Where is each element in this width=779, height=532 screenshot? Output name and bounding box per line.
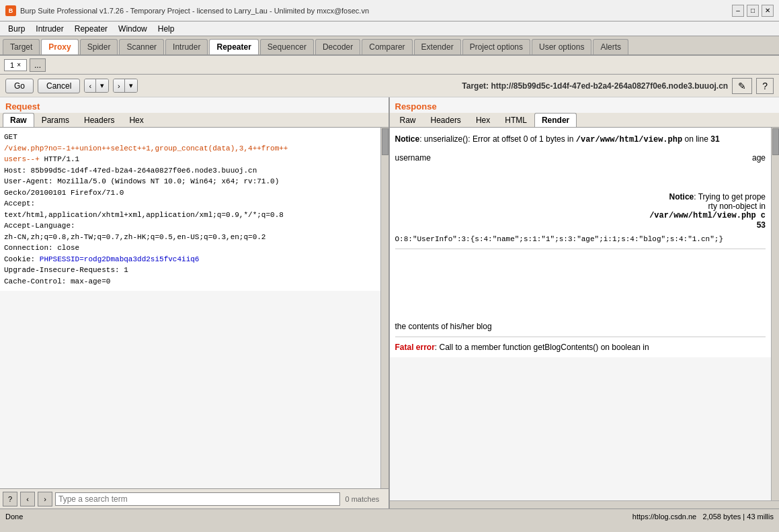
req-accept-lang-val: zh-CN,zh;q=0.8,zh-TW;q=0.7,zh-HK;q=0.5,e…	[4, 233, 265, 241]
menu-help[interactable]: Help	[153, 23, 180, 35]
menu-intruder[interactable]: Intruder	[30, 23, 69, 35]
window-title: Burp Suite Professional v1.7.26 - Tempor…	[20, 7, 369, 15]
tab-repeater[interactable]: Repeater	[209, 39, 258, 54]
response-tab-render[interactable]: Render	[534, 113, 577, 127]
tab-scanner[interactable]: Scanner	[119, 39, 164, 54]
target-prefix: Target:	[462, 81, 491, 91]
notice2-line1: Notice: Trying to get prope	[649, 192, 766, 202]
minimize-button[interactable]: –	[732, 5, 744, 17]
response-scrollbar[interactable]	[771, 128, 779, 500]
title-bar: B Burp Suite Professional v1.7.26 - Temp…	[0, 0, 779, 21]
response-horiz-scrollbar[interactable]	[390, 500, 780, 508]
notice2-keyword: Notice	[669, 192, 694, 202]
request-search-bar: ? ‹ › 0 matches	[0, 488, 388, 508]
tab-comparer[interactable]: Comparer	[362, 39, 412, 54]
request-tab-headers[interactable]: Headers	[77, 113, 122, 127]
menu-burp[interactable]: Burp	[3, 23, 30, 35]
response-title: Response	[390, 97, 780, 113]
go-button[interactable]: Go	[5, 79, 34, 93]
request-code-scroll[interactable]: GET /view.php?no=-1++union++select++1,gr…	[0, 128, 380, 488]
tab-project-options[interactable]: Project options	[462, 39, 530, 54]
request-content-area: GET /view.php?no=-1++union++select++1,gr…	[0, 128, 388, 488]
tab-user-options[interactable]: User options	[532, 39, 591, 54]
response-render-content: Notice: unserialize(): Error at offset 0…	[390, 128, 772, 357]
tab-extender[interactable]: Extender	[414, 39, 461, 54]
title-text: B Burp Suite Professional v1.7.26 - Temp…	[5, 5, 369, 16]
main-tab-bar: Target Proxy Spider Scanner Intruder Rep…	[0, 36, 779, 56]
notice2-path: /var/www/html/view.php c	[649, 211, 766, 220]
request-tab-params[interactable]: Params	[34, 113, 77, 127]
fatal-error-text: Fatal error: Call to a member function g…	[395, 343, 766, 352]
notice2-area: Notice: Trying to get prope rty non-obje…	[395, 192, 766, 230]
edit-target-button[interactable]: ✎	[732, 78, 752, 94]
req-upgrade: Upgrade-Insecure-Requests: 1	[4, 266, 128, 274]
notice1-text: : unserialize(): Error at offset 0 of 1 …	[419, 134, 576, 144]
window-controls[interactable]: – □ ✕	[732, 5, 774, 17]
tab-decoder[interactable]: Decoder	[315, 39, 360, 54]
tab-target[interactable]: Target	[3, 39, 40, 54]
more-tabs-button[interactable]: ...	[30, 58, 46, 72]
tab-sequencer[interactable]: Sequencer	[260, 39, 314, 54]
cancel-button[interactable]: Cancel	[38, 79, 80, 93]
notice1-keyword: Notice	[395, 134, 420, 144]
req-accept-val: text/html,application/xhtml+xml,applicat…	[4, 211, 284, 219]
search-help-button[interactable]: ?	[3, 492, 17, 506]
response-scroll-thumb[interactable]	[772, 128, 779, 155]
request-tab-1[interactable]: 1 ×	[4, 59, 27, 71]
request-panel: Request Raw Params Headers Hex GET /view…	[0, 97, 390, 508]
response-tab-headers[interactable]: Headers	[423, 113, 468, 127]
target-url: http://85b99d5c-1d4f-47ed-b2a4-264a0827f…	[491, 81, 728, 91]
req-cache: Cache-Control: max-age=0	[4, 277, 110, 285]
tab-intruder[interactable]: Intruder	[165, 39, 208, 54]
response-tab-raw[interactable]: Raw	[393, 113, 423, 127]
menu-window[interactable]: Window	[113, 23, 153, 35]
blog-label: the contents of his/her blog	[395, 322, 766, 331]
maximize-button[interactable]: □	[747, 5, 759, 17]
req-connection: Connection: close	[4, 244, 79, 252]
response-scroll[interactable]: Notice: unserialize(): Error at offset 0…	[390, 128, 772, 500]
req-line2-start: /view.php?no=-1++union++select++1,group_…	[4, 144, 231, 152]
response-tab-hex[interactable]: Hex	[468, 113, 497, 127]
req-line2-end: ),3,4++from++	[231, 144, 288, 152]
req-http: HTTP/1.1	[40, 155, 79, 163]
request-tab-bar: Raw Params Headers Hex	[0, 113, 388, 128]
response-panel: Response Raw Headers Hex HTML Render Not…	[390, 97, 780, 508]
tab-alerts[interactable]: Alerts	[593, 39, 628, 54]
request-scrollbar[interactable]	[380, 128, 388, 488]
response-tab-bar: Raw Headers Hex HTML Render	[390, 113, 780, 128]
req-gecko: Gecko/20100101 Firefox/71.0	[4, 189, 124, 197]
tab-spider[interactable]: Spider	[80, 39, 118, 54]
req-useragent: User-Agent: Mozilla/5.0 (Windows NT 10.0…	[4, 177, 279, 185]
username-label: username	[395, 153, 431, 163]
tab-proxy[interactable]: Proxy	[41, 39, 78, 54]
toolbar: Go Cancel ‹ ▾ › ▾ Target: http://85b99d5…	[0, 75, 779, 97]
request-raw-content[interactable]: GET /view.php?no=-1++union++select++1,gr…	[0, 128, 380, 291]
obj-data: O:8:"UserInfo":3:{s:4:"name";s:1:"1";s:3…	[395, 235, 766, 243]
menu-repeater[interactable]: Repeater	[69, 23, 113, 35]
forward-button[interactable]: ›	[114, 79, 125, 92]
request-scroll-thumb[interactable]	[382, 128, 388, 155]
request-tab-hex[interactable]: Hex	[122, 113, 151, 127]
forward-dropdown-button[interactable]: ▾	[125, 79, 137, 92]
notice2-text: : Trying to get prope	[694, 192, 766, 202]
req-accept-lang-label: Accept-Language:	[4, 222, 75, 230]
search-next-button[interactable]: ›	[38, 492, 52, 506]
back-button[interactable]: ‹	[85, 79, 96, 92]
tab-1-close[interactable]: ×	[17, 61, 21, 69]
close-button[interactable]: ✕	[762, 5, 774, 17]
search-prev-button[interactable]: ‹	[20, 492, 35, 506]
search-input[interactable]	[55, 492, 340, 506]
spacer	[395, 255, 766, 322]
menu-bar: Burp Intruder Repeater Window Help	[0, 21, 779, 36]
notice1-line: 31	[710, 134, 719, 144]
back-dropdown-button[interactable]: ▾	[96, 79, 108, 92]
notice1-path: /var/www/html/view.php	[576, 135, 682, 144]
response-tab-html[interactable]: HTML	[497, 113, 534, 127]
status-right: https://blog.csdn.ne 2,058 bytes | 43 mi…	[632, 513, 774, 521]
request-tab-raw[interactable]: Raw	[3, 113, 34, 127]
age-label: age	[752, 153, 766, 163]
hr-divider-1	[395, 249, 766, 249]
req-line1: GET	[4, 133, 17, 141]
help-button[interactable]: ?	[756, 78, 774, 94]
fatal-text: : Call to a member function getBlogConte…	[435, 343, 649, 352]
